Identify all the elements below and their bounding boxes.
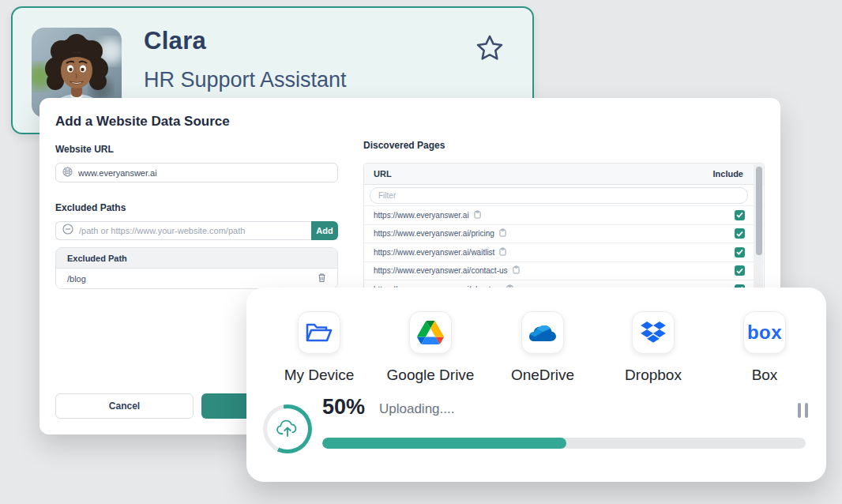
excluded-paths-table: Excluded Path /blog: [55, 247, 338, 289]
box-icon: box: [743, 311, 786, 354]
provider-label: Google Drive: [387, 367, 475, 384]
provider-label: My Device: [284, 367, 355, 384]
website-url-input[interactable]: [78, 168, 331, 178]
favorite-star-icon[interactable]: [474, 33, 506, 65]
cloud-upload-icon: [267, 408, 308, 449]
page-url: https://www.everyanswer.ai/contact-us: [374, 266, 508, 275]
assistant-role: HR Support Assistant: [144, 68, 347, 92]
discovered-page-row: https://www.everyanswer.ai: [364, 206, 764, 225]
upload-progress-ring: [263, 404, 312, 453]
modal-title: Add a Website Data Source: [55, 114, 230, 130]
trash-icon[interactable]: [318, 273, 326, 284]
excluded-path-input-row: Add: [55, 221, 338, 240]
excluded-paths-label: Excluded Paths: [55, 202, 126, 213]
filter-row: [364, 185, 764, 206]
page-url: https://www.everyanswer.ai/waitlist: [374, 248, 494, 257]
provider-label: Box: [752, 367, 778, 384]
excluded-path-value: /blog: [67, 274, 86, 284]
google-drive-icon: [409, 311, 452, 354]
website-url-label: Website URL: [55, 144, 114, 155]
include-checkbox[interactable]: [735, 210, 745, 220]
filter-input[interactable]: [370, 187, 748, 204]
excluded-path-input[interactable]: [79, 226, 305, 235]
copy-icon[interactable]: [513, 265, 520, 276]
upload-percent: 50%: [322, 395, 365, 419]
include-checkbox[interactable]: [735, 247, 745, 258]
excluded-path-column-header: Excluded Path: [56, 248, 337, 269]
scrollbar-thumb[interactable]: [756, 167, 762, 255]
folder-icon: [298, 311, 340, 354]
progress-bar: [322, 438, 806, 449]
url-column-header: URL: [374, 169, 392, 179]
provider-label: Dropbox: [625, 367, 682, 384]
provider-google-drive[interactable]: Google Drive: [375, 311, 486, 384]
provider-box[interactable]: box Box: [709, 311, 820, 384]
add-excluded-path-button[interactable]: Add: [311, 221, 338, 240]
progress-fill: [322, 438, 566, 449]
excluded-path-field[interactable]: [55, 221, 311, 240]
discovered-page-row: https://www.everyanswer.ai/waitlist: [364, 243, 764, 262]
excluded-path-row: /blog: [56, 269, 337, 288]
onedrive-icon: [521, 311, 564, 354]
page-url: https://www.everyanswer.ai/pricing: [374, 229, 494, 238]
assistant-name: Clara: [144, 27, 206, 55]
provider-onedrive[interactable]: OneDrive: [487, 311, 598, 384]
upload-sources-panel: My Device Google Drive OneDrive: [246, 288, 826, 482]
include-checkbox[interactable]: [735, 228, 745, 239]
copy-icon[interactable]: [499, 228, 506, 239]
website-url-field[interactable]: [55, 163, 338, 182]
include-column-header: Include: [712, 169, 743, 179]
provider-my-device[interactable]: My Device: [264, 311, 374, 384]
dropbox-icon: [632, 311, 675, 354]
discovered-pages-label: Discovered Pages: [363, 140, 445, 151]
discovered-page-row: https://www.everyanswer.ai/pricing: [364, 225, 764, 244]
upload-status-text: Uploading....: [379, 401, 454, 417]
copy-icon[interactable]: [474, 210, 481, 220]
globe-icon: [62, 166, 73, 180]
provider-label: OneDrive: [511, 367, 574, 384]
include-checkbox[interactable]: [735, 265, 745, 276]
provider-dropbox[interactable]: Dropbox: [598, 311, 709, 384]
discovered-pages-header: URL Include: [364, 164, 764, 185]
minus-circle-icon: [62, 224, 73, 238]
discovered-page-row: https://www.everyanswer.ai/contact-us: [364, 262, 764, 281]
cancel-button[interactable]: Cancel: [55, 393, 194, 419]
page-url: https://www.everyanswer.ai: [374, 211, 469, 220]
pause-icon[interactable]: [798, 403, 810, 419]
copy-icon[interactable]: [499, 247, 506, 258]
